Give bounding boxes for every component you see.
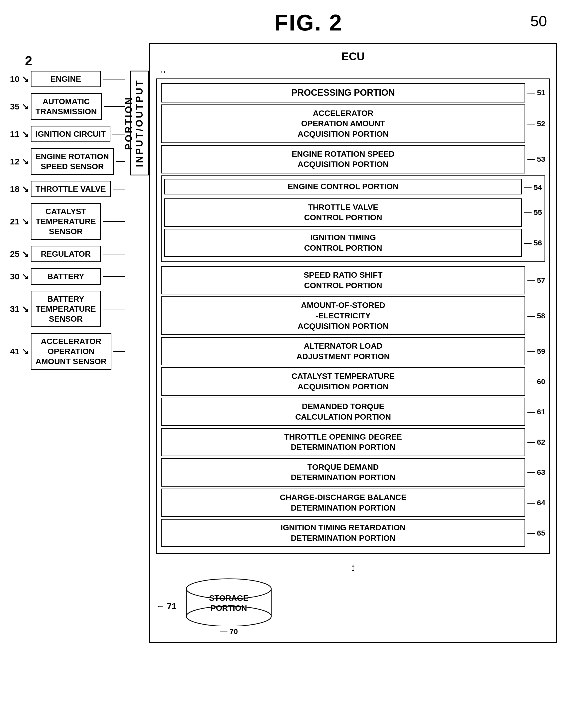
block-num-55: — 55: [524, 208, 542, 217]
block-53: ENGINE ROTATION SPEEDACQUISITION PORTION: [161, 145, 525, 173]
conn-line-ignition: [112, 134, 125, 134]
component-row-regulator: 25 ↘ REGULATOR: [10, 246, 125, 262]
block-row-52: ACCELERATOROPERATION AMOUNTACQUISITION P…: [161, 104, 545, 143]
block-row-58: AMOUNT-OF-STORED-ELECTRICITYACQUISITION …: [161, 296, 545, 335]
processing-title-box: PROCESSING PORTION: [161, 83, 525, 102]
block-62: THROTTLE OPENING DEGREEDETERMINATION POR…: [161, 428, 525, 456]
components-list: 10 ↘ ENGINE 35 ↘ AUTOMATICTRANSMISSION 1…: [10, 71, 125, 370]
component-row-at: 35 ↘ AUTOMATICTRANSMISSION: [10, 93, 125, 120]
block-56: IGNITION TIMINGCONTROL PORTION: [164, 229, 522, 257]
block-row-engine-ctrl: ENGINE CONTROL PORTION — 54 THROTTLE VAL…: [161, 175, 545, 264]
io-label: INPUT/OUTPUT PORTION: [130, 71, 149, 175]
block-num-65: — 65: [527, 529, 545, 537]
comp-box-catalyst-temp: CATALYSTTEMPERATURESENSOR: [31, 203, 101, 240]
storage-arrow-up: ↕: [350, 561, 356, 574]
io-portion: INPUT/OUTPUT PORTION: [130, 71, 149, 175]
block-64: CHARGE-DISCHARGE BALANCEDETERMINATION PO…: [161, 489, 525, 517]
conn-line-throttle: [113, 189, 125, 189]
comp-num-12: 12 ↘: [10, 156, 29, 166]
component-row-throttle: 18 ↘ THROTTLE VALVE: [10, 181, 125, 197]
block-num-60: — 60: [527, 377, 545, 386]
comp-box-at: AUTOMATICTRANSMISSION: [31, 93, 101, 120]
block-row-60: CATALYST TEMPERATUREACQUISITION PORTION …: [161, 367, 545, 396]
conn-line-engine: [103, 79, 125, 79]
block-num-57: — 57: [527, 276, 545, 285]
comp-box-throttle: THROTTLE VALVE: [31, 181, 110, 197]
block-63: TORQUE DEMANDDETERMINATION PORTION: [161, 458, 525, 487]
comp-box-speed-sensor: ENGINE ROTATIONSPEED SENSOR: [31, 148, 114, 175]
processing-title-row: PROCESSING PORTION — 51: [161, 83, 545, 102]
block-num-53: — 53: [527, 155, 545, 163]
block-row-57: SPEED RATIO SHIFTCONTROL PORTION — 57: [161, 266, 545, 294]
comp-box-engine: ENGINE: [31, 71, 101, 87]
comp-num-35: 35 ↘: [10, 101, 29, 111]
comp-box-accel-sensor: ACCELERATOROPERATIONAMOUNT SENSOR: [31, 333, 111, 370]
component-row-accel-sensor: 41 ↘ ACCELERATOROPERATIONAMOUNT SENSOR: [10, 333, 125, 370]
storage-ref-num: ← 71: [156, 601, 176, 611]
storage-ref-row: ← 71 STORAGE: [156, 576, 550, 636]
component-row-battery: 30 ↘ BATTERY: [10, 268, 125, 285]
processing-portion-outer: PROCESSING PORTION — 51 ACCELERATOROPERA…: [156, 78, 550, 554]
comp-num-25: 25 ↘: [10, 249, 29, 259]
block-num-64: — 64: [527, 499, 545, 507]
engine-ctrl-title-row: ENGINE CONTROL PORTION — 54: [164, 179, 542, 196]
ecu-title: ECU: [156, 50, 550, 63]
conn-line-accel-sensor: [113, 351, 125, 352]
svg-text:STORAGE: STORAGE: [209, 594, 249, 603]
block-row-61: DEMANDED TORQUECALCULATION PORTION — 61: [161, 398, 545, 426]
comp-num-30: 30 ↘: [10, 271, 29, 281]
storage-area: ↕ ← 71: [156, 561, 550, 636]
block-num-62: — 62: [527, 438, 545, 446]
conn-line-at: [104, 106, 125, 107]
component-row-catalyst-temp: 21 ↘ CATALYSTTEMPERATURESENSOR: [10, 203, 125, 240]
comp-num-21: 21 ↘: [10, 216, 29, 226]
storage-num-label: — 70: [220, 627, 238, 636]
engine-control-num: — 54: [524, 183, 542, 192]
conn-line-battery: [103, 276, 125, 277]
conn-line-regulator: [103, 254, 125, 254]
comp-box-regulator: REGULATOR: [31, 246, 101, 262]
block-60: CATALYST TEMPERATUREACQUISITION PORTION: [161, 367, 525, 396]
comp-num-10: 10 ↘: [10, 74, 29, 84]
component-row-ignition: 11 ↘ IGNITION CIRCUIT: [10, 126, 125, 142]
conn-line-battery-temp: [103, 309, 125, 309]
comp-num-41: 41 ↘: [10, 346, 29, 356]
comp-box-battery-temp: BATTERYTEMPERATURESENSOR: [31, 291, 101, 327]
block-row-63: TORQUE DEMANDDETERMINATION PORTION — 63: [161, 458, 545, 487]
engine-control-title: ENGINE CONTROL PORTION: [164, 179, 522, 194]
block-61: DEMANDED TORQUECALCULATION PORTION: [161, 398, 525, 426]
comp-num-31: 31 ↘: [10, 304, 29, 314]
block-num-52: — 52: [527, 119, 545, 128]
block-num-59: — 59: [527, 347, 545, 356]
processing-num: — 51: [527, 88, 545, 97]
engine-control-outer: ENGINE CONTROL PORTION — 54 THROTTLE VAL…: [161, 175, 545, 262]
block-row-64: CHARGE-DISCHARGE BALANCEDETERMINATION PO…: [161, 489, 545, 517]
block-num-61: — 61: [527, 408, 545, 416]
io-double-arrow: ↔: [156, 67, 550, 76]
storage-cylinder: STORAGE PORTION — 70: [184, 576, 274, 636]
comp-num-11: 11 ↘: [10, 129, 29, 139]
block-52: ACCELERATOROPERATION AMOUNTACQUISITION P…: [161, 104, 525, 143]
left-panel: 2 10 ↘ ENGINE 35 ↘ AUTOMATICTRANSMISSION…: [10, 53, 125, 370]
ecu-container: ECU ↔ PROCESSING PORTION — 51 ACCELERATO…: [149, 43, 557, 643]
block-row-65: IGNITION TIMING RETARDATIONDETERMINATION…: [161, 519, 545, 547]
block-55: THROTTLE VALVECONTROL PORTION: [164, 198, 522, 227]
conn-line-speed-sensor: [116, 161, 125, 162]
block-row-56: IGNITION TIMINGCONTROL PORTION — 56: [164, 229, 542, 257]
component-row-speed-sensor: 12 ↘ ENGINE ROTATIONSPEED SENSOR: [10, 148, 125, 175]
block-row-53: ENGINE ROTATION SPEEDACQUISITION PORTION…: [161, 145, 545, 173]
block-num-63: — 63: [527, 468, 545, 477]
block-57: SPEED RATIO SHIFTCONTROL PORTION: [161, 266, 525, 294]
block-row-55: THROTTLE VALVECONTROL PORTION — 55: [164, 198, 542, 227]
block-row-62: THROTTLE OPENING DEGREEDETERMINATION POR…: [161, 428, 545, 456]
fig-title: FIG. 2: [60, 10, 557, 36]
comp-num-18: 18 ↘: [10, 184, 29, 194]
block-num-58: — 58: [527, 312, 545, 320]
block-65: IGNITION TIMING RETARDATIONDETERMINATION…: [161, 519, 525, 547]
comp-box-battery: BATTERY: [31, 268, 101, 285]
ref-label-2: 2: [25, 53, 125, 68]
ecu-outer-box: ECU ↔ PROCESSING PORTION — 51 ACCELERATO…: [149, 43, 557, 643]
fig-number: 50: [530, 12, 547, 30]
block-row-59: ALTERNATOR LOADADJUSTMENT PORTION — 59: [161, 337, 545, 365]
block-58: AMOUNT-OF-STORED-ELECTRICITYACQUISITION …: [161, 296, 525, 335]
